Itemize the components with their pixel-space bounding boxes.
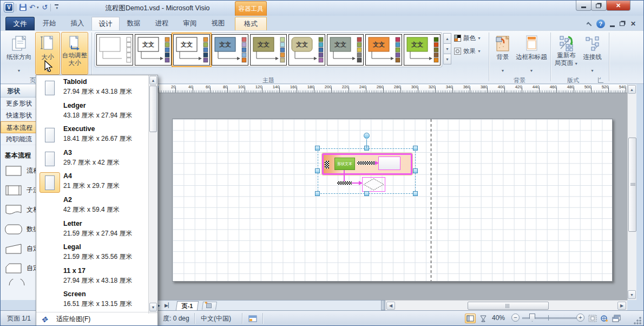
status-page-indicator[interactable]: 页面 1/1 bbox=[7, 314, 31, 323]
close-button[interactable]: ✕ bbox=[606, 1, 630, 11]
tab-开始[interactable]: 开始 bbox=[35, 17, 63, 30]
drawing-canvas[interactable]: 0204060801001201401601802002202402602803… bbox=[152, 84, 627, 300]
scroll-up-icon[interactable]: ▲ bbox=[628, 85, 636, 94]
size-option-11 x 17[interactable]: 11 x 1727.94 厘米 x 43.18 厘米 bbox=[36, 265, 148, 289]
selection-handle[interactable] bbox=[413, 191, 418, 196]
restore-button[interactable] bbox=[591, 1, 607, 11]
borders-titles-button[interactable]: 边框和标题 ▼ bbox=[515, 32, 548, 75]
size-option-Executive[interactable]: Executive18.41 厘米 x 26.67 厘米 bbox=[36, 123, 148, 147]
connectors-button[interactable]: 连接线 ▼ bbox=[580, 32, 604, 75]
data-graphics-icon[interactable] bbox=[247, 314, 258, 323]
size-option-A3[interactable]: A329.7 厘米 x 42 厘米 bbox=[36, 147, 148, 171]
insert-page-tab[interactable]: ✦ bbox=[202, 302, 217, 310]
gallery-more-icon[interactable]: ▼ bbox=[443, 54, 451, 64]
collapse-ribbon-icon[interactable] bbox=[586, 22, 592, 28]
selection-handle[interactable] bbox=[413, 168, 418, 173]
theme-thumbnail-2[interactable]: 文文 bbox=[135, 34, 172, 66]
menu-scroll-thumb[interactable] bbox=[149, 86, 157, 132]
horizontal-scrollbar[interactable]: ◀ ▶ bbox=[385, 300, 627, 310]
scroll-right-icon[interactable]: ▶ bbox=[617, 302, 626, 310]
size-option-A4[interactable]: A421 厘米 x 29.7 厘米 bbox=[36, 171, 148, 194]
size-option-Letter[interactable]: Letter21.59 厘米 x 27.94 厘米 bbox=[36, 218, 148, 242]
paper-size-menu: Tabloid27.94 厘米 x 43.18 厘米 Ledger43.18 厘… bbox=[36, 75, 158, 326]
theme-thumbnail-5[interactable]: 文文 bbox=[250, 34, 287, 66]
layout-dialog-launcher-icon[interactable] bbox=[598, 77, 603, 83]
size-option-A2[interactable]: A242 厘米 x 59.4 厘米 bbox=[36, 194, 148, 218]
selection-handle[interactable] bbox=[413, 146, 418, 151]
zoom-out-icon[interactable]: − bbox=[511, 314, 520, 322]
paper-orientation-button[interactable]: 纸张方向 ▼ bbox=[4, 32, 34, 75]
scroll-left-icon[interactable]: ◀ bbox=[386, 302, 395, 310]
theme-thumbnail-4[interactable]: 文文 bbox=[212, 34, 248, 66]
undo-dropdown-icon[interactable]: ▾ bbox=[37, 5, 39, 10]
tab-file[interactable]: 文件 bbox=[5, 17, 35, 30]
fullscreen-view-icon[interactable] bbox=[478, 314, 489, 323]
page-tab[interactable]: 页-1 bbox=[176, 301, 199, 310]
horizontal-scroll-thumb[interactable] bbox=[468, 302, 549, 310]
tab-设计[interactable]: 设计 bbox=[91, 17, 120, 30]
vertical-scrollbar[interactable]: ▲ ▼ bbox=[627, 84, 636, 300]
autosize-button[interactable]: 自动调整大小 bbox=[61, 32, 88, 75]
selection-handle[interactable] bbox=[315, 146, 320, 151]
customize-qat-icon[interactable]: ▾ bbox=[55, 4, 58, 10]
minimize-button[interactable] bbox=[576, 1, 592, 11]
resize-grip[interactable] bbox=[634, 317, 641, 324]
theme-thumbnail-9[interactable]: 文文 bbox=[404, 34, 441, 66]
size-option-Tabloid[interactable]: Tabloid27.94 厘米 x 43.18 厘米 bbox=[36, 76, 148, 100]
vertical-scroll-thumb[interactable] bbox=[628, 138, 636, 232]
theme-thumbnail-8[interactable]: 文文 bbox=[365, 34, 402, 66]
redo-icon[interactable]: ↺ bbox=[42, 2, 48, 12]
group-separator bbox=[550, 32, 551, 81]
fit-to-drawing-option[interactable]: 适应绘图(F) bbox=[36, 312, 157, 326]
status-language[interactable]: 中文(中国) bbox=[201, 314, 231, 323]
rotation-handle[interactable] bbox=[364, 133, 370, 139]
zoom-level[interactable]: 40% bbox=[492, 314, 505, 322]
help-icon[interactable]: ? bbox=[596, 19, 605, 28]
size-option-Legal[interactable]: Legal21.59 厘米 x 35.56 厘米 bbox=[36, 242, 148, 265]
last-page-icon[interactable]: ▶▏ bbox=[165, 303, 172, 308]
theme-thumbnail-1[interactable] bbox=[96, 34, 133, 66]
zoom-slider-thumb[interactable] bbox=[529, 314, 535, 322]
doc-close-icon[interactable]: ✕ bbox=[630, 20, 636, 28]
undo-icon[interactable]: ↶ bbox=[29, 2, 35, 12]
background-button[interactable]: 背景 ▼ bbox=[492, 32, 514, 75]
zoom-window-icon[interactable] bbox=[599, 314, 610, 323]
relayout-page-button[interactable]: 重新布局页面▼ bbox=[554, 32, 579, 75]
tab-审阅[interactable]: 审阅 bbox=[176, 17, 204, 30]
gallery-scroll-down-icon[interactable]: ▼ bbox=[443, 43, 451, 54]
selected-size-highlight bbox=[40, 172, 60, 193]
theme-thumbnail-7[interactable]: 文文 bbox=[327, 34, 364, 66]
theme-thumbnail-6[interactable]: 文文 bbox=[288, 34, 325, 66]
scroll-down-icon[interactable]: ▼ bbox=[628, 290, 636, 299]
menu-scroll-up-icon[interactable]: ▲ bbox=[149, 76, 157, 84]
theme-thumbnail-3[interactable]: 文文 bbox=[173, 34, 210, 66]
tab-format[interactable]: 格式 bbox=[235, 17, 267, 30]
fit-page-to-window-icon[interactable] bbox=[587, 314, 598, 323]
doc-minimize-icon[interactable] bbox=[610, 25, 615, 27]
size-option-Screen[interactable]: Screen16.51 厘米 x 13.15 厘米 bbox=[36, 289, 148, 312]
gallery-scroll-up-icon[interactable]: ▲ bbox=[443, 33, 451, 44]
whole-page-view-icon[interactable] bbox=[465, 314, 476, 323]
theme-colors-button[interactable]: 颜色▼ bbox=[454, 34, 489, 43]
selection-handle[interactable] bbox=[364, 191, 369, 196]
drawing-page[interactable]: 形状文本 bbox=[172, 119, 613, 282]
background-icon bbox=[494, 34, 511, 53]
selection-handle[interactable] bbox=[315, 191, 320, 196]
menu-scroll-down-icon[interactable]: ▼ bbox=[149, 303, 157, 311]
selection-handle[interactable] bbox=[315, 168, 320, 173]
menu-scrollbar[interactable]: ▲ ▼ bbox=[148, 75, 157, 314]
zoom-in-icon[interactable]: + bbox=[576, 314, 584, 322]
tab-插入[interactable]: 插入 bbox=[63, 17, 91, 30]
visio-app-icon[interactable]: V bbox=[4, 2, 14, 12]
tab-视图[interactable]: 视图 bbox=[204, 17, 232, 30]
switch-windows-icon[interactable] bbox=[611, 314, 622, 323]
tab-数据[interactable]: 数据 bbox=[120, 17, 148, 30]
doc-restore-icon[interactable] bbox=[620, 22, 625, 26]
tab-scrollbar-splitter[interactable] bbox=[381, 300, 385, 310]
dropdown-arrow: ▼ bbox=[581, 69, 604, 73]
tab-进程[interactable]: 进程 bbox=[148, 17, 176, 30]
save-icon[interactable] bbox=[19, 4, 27, 11]
theme-effects-button[interactable]: 效果▼ bbox=[454, 47, 489, 56]
size-option-Ledger[interactable]: Ledger43.18 厘米 x 27.94 厘米 bbox=[36, 100, 148, 124]
subprocess-shape-icon bbox=[5, 185, 22, 196]
